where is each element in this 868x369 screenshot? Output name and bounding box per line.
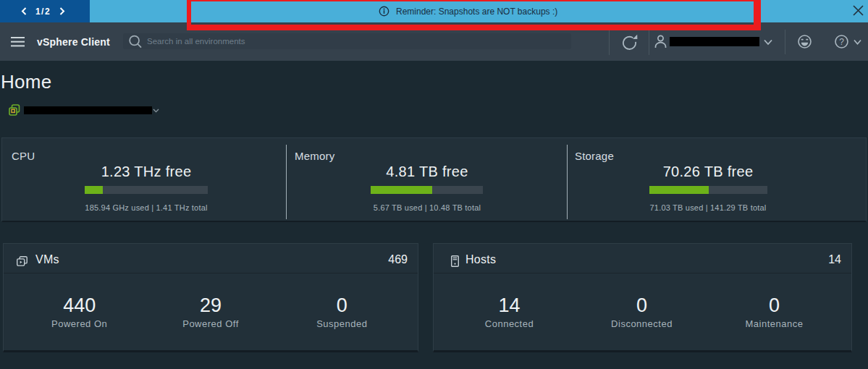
svg-text:?: ? (839, 37, 844, 47)
